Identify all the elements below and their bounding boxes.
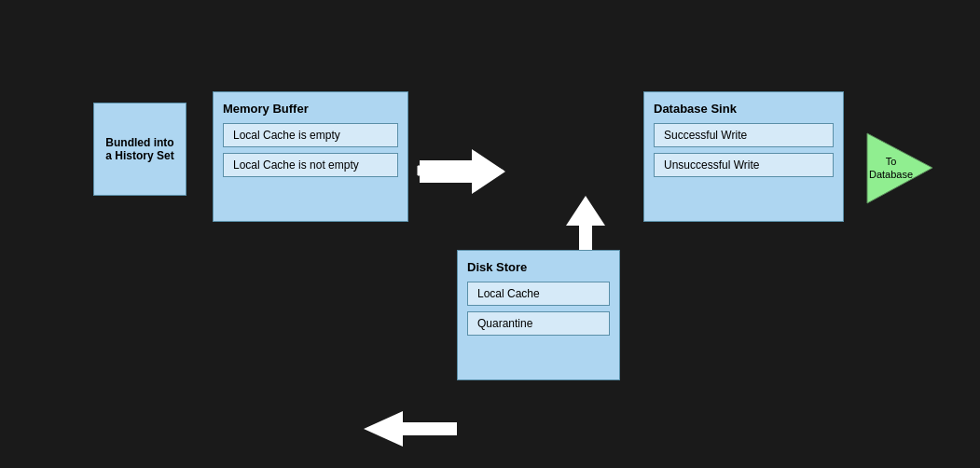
- memory-buffer-item-0: Local Cache is empty: [223, 123, 398, 147]
- left-arrow-bottom-shape: [364, 411, 457, 447]
- memory-buffer-title: Memory Buffer: [223, 102, 398, 116]
- disk-store-title: Disk Store: [467, 260, 610, 274]
- database-sink-box: Database Sink Successful Write Unsuccess…: [643, 91, 844, 222]
- bundled-box: Bundled into a History Set: [93, 103, 186, 196]
- to-database-line2: Database: [869, 169, 913, 180]
- right-arrow: [418, 157, 504, 185]
- memory-buffer-item-1: Local Cache is not empty: [223, 153, 398, 177]
- database-sink-item-1: Unsuccessful Write: [654, 153, 834, 177]
- database-sink-item-0: Successful Write: [654, 123, 834, 147]
- database-sink-title: Database Sink: [654, 102, 834, 116]
- bundled-label: Bundled into a History Set: [104, 136, 176, 162]
- disk-store-item-1: Quarantine: [467, 311, 610, 336]
- to-database-container: To Database: [858, 129, 942, 208]
- diagram-container: Bundled into a History Set Memory Buffer…: [0, 0, 980, 468]
- disk-store-box: Disk Store Local Cache Quarantine: [457, 250, 620, 380]
- memory-buffer-box: Memory Buffer Local Cache is empty Local…: [213, 91, 408, 222]
- arrows-svg: [0, 0, 980, 468]
- disk-store-item-0: Local Cache: [467, 282, 610, 306]
- to-database-line1: To: [886, 156, 897, 167]
- to-database-label: To Database: [869, 155, 913, 182]
- right-arrow-shape: [420, 149, 505, 194]
